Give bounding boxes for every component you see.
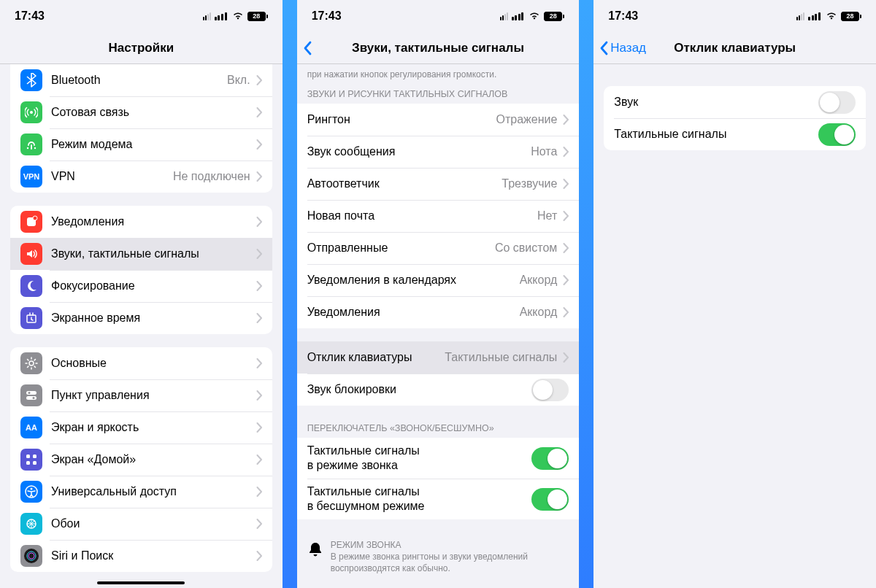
list-item[interactable]: УведомленияАккорд	[297, 296, 580, 328]
list-item[interactable]: РингтонОтражение	[297, 104, 580, 136]
svg-point-6	[29, 361, 34, 365]
list-item-value: Со свистом	[495, 241, 557, 255]
settings-scroll[interactable]: BluetoothВкл.Сотовая связьРежим модемаVP…	[0, 64, 283, 588]
list-item-label: Пункт управления	[51, 389, 250, 402]
svg-point-0	[30, 111, 33, 114]
list-item[interactable]: Фокусирование	[10, 270, 272, 302]
list-item-label: Фокусирование	[51, 279, 250, 293]
svg-rect-11	[26, 454, 30, 458]
toggle-row[interactable]: Тактильные сигналы	[604, 118, 866, 150]
list-item[interactable]: Универсальный доступ	[10, 476, 272, 508]
list-item[interactable]: Уведомления	[10, 206, 272, 238]
list-item-value: Не подключен	[173, 170, 250, 183]
back-button[interactable]	[303, 41, 314, 55]
toggle-switch[interactable]	[531, 447, 569, 470]
display-icon: AA	[20, 417, 42, 438]
list-item-label: Отклик клавиатуры	[307, 351, 439, 364]
list-item[interactable]: BluetoothВкл.	[10, 64, 272, 96]
status-indicators: 28	[500, 12, 565, 21]
status-indicators: 28	[203, 12, 268, 21]
list-item[interactable]: Экран «Домой»	[10, 444, 272, 476]
cellular-signal-icon	[512, 12, 524, 20]
chevron-right-icon	[256, 107, 262, 117]
list-item[interactable]: Звуки, тактильные сигналы	[10, 238, 272, 270]
home-indicator[interactable]	[97, 581, 185, 584]
list-item-label: Уведомления	[51, 215, 250, 228]
cellular-signal-2-icon	[203, 12, 211, 20]
siri-icon	[20, 545, 42, 567]
chevron-right-icon	[256, 390, 262, 401]
homescreen-icon	[20, 449, 42, 471]
wifi-icon	[529, 12, 540, 20]
toggle-switch[interactable]	[818, 91, 856, 114]
list-item-label: Тактильные сигналыв бесшумном режиме	[307, 484, 526, 514]
list-item[interactable]: Основные	[10, 347, 272, 379]
keyboard-feedback-scroll[interactable]: ЗвукТактильные сигналы	[593, 64, 876, 588]
toggle-switch[interactable]	[818, 123, 856, 146]
toggle-row[interactable]: Звук	[604, 86, 866, 118]
list-item[interactable]: Обои	[10, 508, 272, 540]
list-item[interactable]: Уведомления в календаряхАккорд	[297, 264, 580, 296]
list-item-label: Новая почта	[307, 209, 531, 223]
back-chevron-icon	[599, 41, 608, 55]
chevron-right-icon	[256, 313, 262, 323]
list-item-value: Трезвучие	[502, 177, 557, 190]
list-item[interactable]: Звук сообщенияНота	[297, 136, 580, 168]
list-item-label: Экранное время	[51, 312, 250, 325]
screentime-icon	[20, 307, 42, 329]
notifications-icon	[20, 211, 42, 233]
list-item[interactable]: Сотовая связь	[10, 96, 272, 128]
list-item-value: Аккорд	[520, 306, 558, 319]
list-item-label: Универсальный доступ	[51, 485, 250, 498]
list-item-label: Экран и яркость	[51, 421, 250, 434]
svg-rect-7	[26, 391, 36, 395]
sounds-screen: 17:43 28 Звуки, тактильные сигналы при н…	[297, 0, 580, 588]
back-button[interactable]: Назад	[599, 41, 646, 55]
keyboard-feedback-screen: 17:43 28 Назад Отклик клавиатуры ЗвукТак…	[593, 0, 876, 588]
volume-footnote: при нажатии кнопок регулирования громкос…	[297, 64, 580, 86]
chevron-right-icon	[256, 217, 262, 227]
status-indicators: 28	[796, 12, 861, 21]
chevron-right-icon	[256, 281, 262, 291]
status-time: 17:43	[15, 9, 45, 23]
ring-mode-title: РЕЖИМ ЗВОНКА	[331, 540, 569, 550]
vpn-icon: VPN	[20, 166, 42, 187]
toggle-row[interactable]: Тактильные сигналыв режиме звонка	[297, 438, 580, 479]
chevron-right-icon	[563, 307, 569, 317]
list-item[interactable]: Siri и Поиск	[10, 540, 272, 572]
svg-rect-8	[26, 396, 36, 400]
back-chevron-icon	[303, 41, 312, 55]
toggle-row[interactable]: Звук блокировки	[297, 374, 580, 406]
sounds-scroll[interactable]: при нажатии кнопок регулирования громкос…	[297, 64, 580, 588]
toggle-switch[interactable]	[531, 379, 569, 401]
list-item-label: Звук	[614, 96, 812, 109]
back-label: Назад	[610, 41, 646, 55]
separator-bar	[579, 0, 593, 588]
list-item-label: Siri и Поиск	[51, 549, 250, 562]
list-item[interactable]: АвтоответчикТрезвучие	[297, 168, 580, 200]
toggle-switch[interactable]	[531, 488, 569, 511]
bluetooth-icon	[20, 69, 42, 91]
list-item[interactable]: ОтправленныеСо свистом	[297, 232, 580, 264]
wallpaper-icon	[20, 513, 42, 535]
general-icon	[20, 352, 42, 374]
chevron-right-icon	[563, 352, 569, 363]
cellular-signal-icon	[808, 12, 821, 20]
list-item[interactable]: Пункт управления	[10, 379, 272, 411]
svg-point-1	[27, 147, 28, 149]
chevron-right-icon	[256, 519, 262, 529]
svg-point-2	[34, 147, 36, 149]
list-item[interactable]: Режим модема	[10, 128, 272, 160]
list-item[interactable]: Экранное время	[10, 302, 272, 334]
list-item-value: Аккорд	[520, 274, 558, 287]
svg-point-9	[28, 392, 31, 394]
focus-icon	[20, 275, 42, 297]
list-item[interactable]: Новая почтаНет	[297, 200, 580, 232]
list-item-value: Вкл.	[227, 74, 250, 87]
toggle-row[interactable]: Тактильные сигналыв бесшумном режиме	[297, 479, 580, 519]
list-item[interactable]: AAЭкран и яркость	[10, 411, 272, 444]
list-item[interactable]: VPNVPNНе подключен	[10, 160, 272, 193]
separator-bar	[283, 0, 297, 588]
list-item[interactable]: Отклик клавиатурыТактильные сигналы	[297, 341, 580, 374]
list-item-value: Нота	[531, 145, 557, 158]
